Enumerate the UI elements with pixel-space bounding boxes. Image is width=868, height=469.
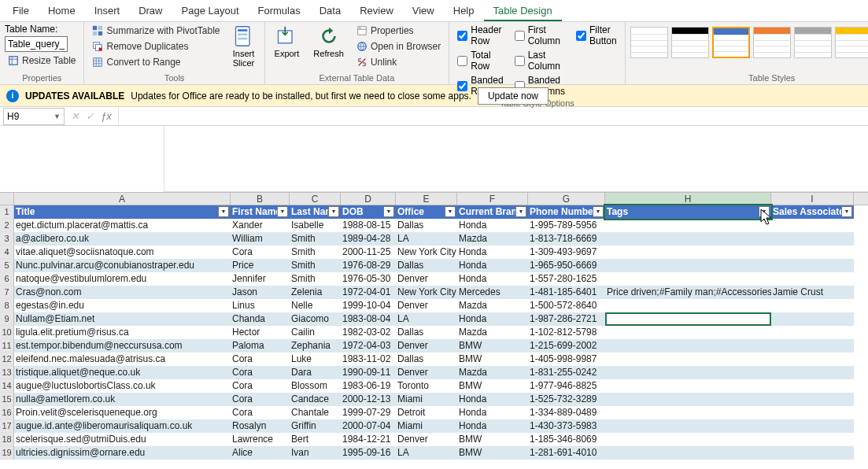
cell[interactable]: scelerisque.sed@utmiDuis.edu [14, 433, 231, 446]
table-style-swatch[interactable] [753, 27, 791, 58]
cell[interactable] [771, 433, 854, 446]
cell[interactable]: nulla@ametlorem.co.uk [14, 393, 231, 406]
header-row-check[interactable]: Header Row [454, 24, 506, 47]
cell[interactable] [771, 299, 854, 312]
cell[interactable]: BMW [457, 353, 528, 366]
cell[interactable]: BMW [457, 433, 528, 446]
cell[interactable] [771, 446, 854, 460]
header-row-checkbox[interactable] [457, 31, 467, 41]
table-style-swatch[interactable] [794, 27, 832, 58]
filter-dropdown-icon[interactable]: ▼ [277, 206, 288, 217]
cell[interactable]: Hector [231, 326, 290, 339]
cell[interactable] [771, 232, 854, 246]
cell[interactable]: Mazda [457, 366, 528, 379]
table-name-input[interactable] [5, 36, 68, 52]
cell[interactable]: Smith [290, 232, 341, 246]
cell[interactable]: New York City [396, 286, 457, 299]
cell[interactable]: Honda [457, 272, 528, 286]
cell[interactable]: Blossom [290, 379, 341, 393]
cell[interactable]: LA [396, 232, 457, 246]
cell[interactable] [605, 299, 771, 312]
cell[interactable]: Jamie Crust [771, 286, 854, 299]
cell[interactable]: 1989-04-28 [341, 232, 396, 246]
cell[interactable] [605, 326, 771, 339]
cell[interactable]: Smith [290, 272, 341, 286]
enter-icon[interactable]: ✓ [86, 110, 94, 122]
cell[interactable]: Jennifer [231, 272, 290, 286]
ribbon-tab-help[interactable]: Help [444, 0, 484, 21]
cell[interactable]: augue.id.ante@liberomaurisaliquam.co.uk [14, 419, 231, 433]
cell[interactable]: Ivan [290, 446, 341, 460]
cell[interactable]: Cora [231, 406, 290, 419]
cell[interactable] [605, 339, 771, 353]
cell[interactable]: 1-977-946-8825 [528, 379, 605, 393]
row-header[interactable]: 19 [0, 446, 14, 460]
resize-table-button[interactable]: Resize Table [5, 54, 79, 68]
col-header-A[interactable]: A [14, 193, 231, 205]
row-header[interactable]: 18 [0, 433, 14, 446]
total-row-checkbox[interactable] [457, 56, 467, 66]
cell[interactable] [771, 339, 854, 353]
ribbon-tab-home[interactable]: Home [39, 0, 85, 21]
cell[interactable]: Alice [231, 446, 290, 460]
select-all-corner[interactable] [0, 193, 14, 205]
cell[interactable]: egestas@in.edu [14, 299, 231, 312]
cell[interactable]: 1972-04-01 [341, 286, 396, 299]
cell[interactable]: 1-309-493-9697 [528, 246, 605, 259]
filter-dropdown-icon[interactable]: ▼ [218, 206, 229, 217]
ribbon-tab-table-design[interactable]: Table Design [484, 0, 562, 21]
cell[interactable]: 1976-08-29 [341, 259, 396, 272]
formula-input[interactable] [118, 108, 868, 125]
cell[interactable]: Paloma [231, 339, 290, 353]
cell[interactable]: Jason [231, 286, 290, 299]
cell[interactable]: Denver [396, 272, 457, 286]
filter-dropdown-icon[interactable]: ▼ [445, 206, 456, 217]
cell[interactable]: Cora [231, 379, 290, 393]
cell[interactable]: Mercedes [457, 286, 528, 299]
cell[interactable] [771, 326, 854, 339]
cell[interactable] [771, 312, 854, 326]
cell[interactable]: Denver [396, 366, 457, 379]
convert-to-range-button[interactable]: Convert to Range [89, 55, 223, 69]
table-style-swatch[interactable] [835, 27, 868, 58]
cell[interactable]: tristique.aliquet@neque.co.uk [14, 366, 231, 379]
cell[interactable]: New York City [396, 246, 457, 259]
ribbon-tab-page-layout[interactable]: Page Layout [172, 0, 249, 21]
cell[interactable]: Cras@non.com [14, 286, 231, 299]
cell[interactable]: 2000-11-25 [341, 246, 396, 259]
filter-dropdown-icon[interactable]: ▼ [593, 206, 604, 217]
name-box[interactable]: H9 ▼ [3, 108, 65, 125]
cell[interactable]: Honda [457, 246, 528, 259]
table-header-cell[interactable]: Title▼ [14, 205, 231, 219]
cell[interactable]: 1-334-889-0489 [528, 406, 605, 419]
ribbon-tab-file[interactable]: File [3, 0, 39, 21]
cell[interactable]: Dara [290, 366, 341, 379]
ribbon-tab-insert[interactable]: Insert [85, 0, 130, 21]
row-header[interactable]: 3 [0, 232, 14, 246]
cell[interactable]: 1-525-732-3289 [528, 393, 605, 406]
col-header-G[interactable]: G [528, 193, 605, 205]
cell[interactable]: LA [396, 312, 457, 326]
row-header[interactable]: 1 [0, 205, 14, 219]
row-header[interactable]: 17 [0, 419, 14, 433]
cell[interactable]: Nunc.pulvinar.arcu@conubianostraper.edu [14, 259, 231, 272]
cell[interactable]: a@aclibero.co.uk [14, 232, 231, 246]
row-header[interactable]: 12 [0, 353, 14, 366]
row-header[interactable]: 15 [0, 393, 14, 406]
refresh-button[interactable]: Refresh [308, 24, 349, 60]
filter-dropdown-icon[interactable]: ▼ [328, 206, 339, 217]
cell[interactable]: 1-813-718-6669 [528, 232, 605, 246]
cell[interactable]: 1999-10-04 [341, 299, 396, 312]
unlink-button[interactable]: Unlink [353, 55, 444, 69]
ribbon-tab-data[interactable]: Data [310, 0, 350, 21]
cell[interactable] [605, 259, 771, 272]
filter-button-checkbox[interactable] [576, 31, 586, 41]
cell[interactable]: 1990-09-11 [341, 366, 396, 379]
cell[interactable]: 1-430-373-5983 [528, 419, 605, 433]
table-style-swatch[interactable] [671, 27, 709, 58]
cell[interactable]: Smith [290, 246, 341, 259]
cell[interactable]: Cora [231, 393, 290, 406]
row-header[interactable]: 7 [0, 286, 14, 299]
cell[interactable]: 1-987-286-2721 [528, 312, 605, 326]
cell[interactable]: BMW [457, 446, 528, 460]
